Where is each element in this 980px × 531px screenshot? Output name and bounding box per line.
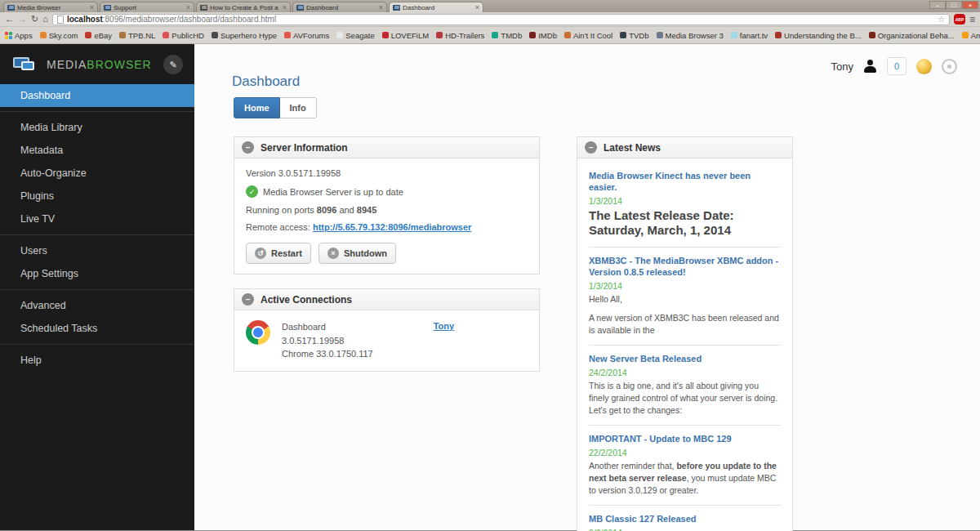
connection-user-link[interactable]: Tony xyxy=(434,320,454,331)
sidebar-item-users[interactable]: Users xyxy=(0,239,194,262)
collapse-icon[interactable]: – xyxy=(242,293,254,306)
browser-tab[interactable]: Support × xyxy=(100,2,194,12)
username[interactable]: Tony xyxy=(831,60,853,73)
active-connections-panel: – Active Connections Dashboard 3.0.5171.… xyxy=(234,288,540,372)
bookmark-label: Amazon.co.uk: Buyi... xyxy=(971,31,980,40)
url-host: localhost xyxy=(67,15,103,24)
news-title-link[interactable]: IMPORTANT - Update to MBC 129 xyxy=(589,434,732,444)
back-icon[interactable]: ← xyxy=(5,15,14,24)
remote-access-link[interactable]: http://5.65.79.132:8096/mediabrowser xyxy=(313,222,471,232)
panel-header: – Latest News xyxy=(577,137,792,158)
sidebar-item-app-settings[interactable]: App Settings xyxy=(0,262,194,285)
sidebar-item-scheduled-tasks[interactable]: Scheduled Tasks xyxy=(0,317,194,340)
collapse-icon[interactable]: – xyxy=(242,141,254,154)
minimize-button[interactable]: – xyxy=(929,1,946,9)
tab-close-icon[interactable]: × xyxy=(475,4,479,11)
bookmark[interactable]: PublicHD xyxy=(163,31,204,40)
sidebar-item-plugins[interactable]: Plugins xyxy=(0,185,194,207)
bookmark-label: AVForums xyxy=(293,31,329,40)
tab-close-icon[interactable]: × xyxy=(90,4,94,11)
bookmark[interactable]: Organizational Beha... xyxy=(869,31,955,40)
bookmark-star-icon[interactable]: ☆ xyxy=(938,15,945,24)
forum-favicon xyxy=(200,5,207,11)
bookmark[interactable]: AVForums xyxy=(284,31,329,40)
bookmark[interactable]: Amazon.co.uk: Buyi... xyxy=(962,31,980,40)
adblock-icon[interactable]: ABP xyxy=(954,14,965,25)
news-title-link[interactable]: MB Classic 127 Released xyxy=(589,514,696,524)
bookmark-label: LOVEFiLM xyxy=(391,31,429,40)
tab-info[interactable]: Info xyxy=(280,97,317,118)
news-item: IMPORTANT - Update to MBC 129 22/2/2014 … xyxy=(589,426,781,506)
close-button[interactable]: × xyxy=(962,1,978,9)
sidebar-divider xyxy=(0,344,194,345)
bookmark[interactable]: fanart.tv xyxy=(731,31,768,40)
chrome-menu-icon[interactable]: ≡ xyxy=(969,14,975,25)
user-icon[interactable] xyxy=(863,60,877,73)
news-item: XBMB3C - The MediaBrowser XBMC addon - V… xyxy=(589,248,781,346)
sidebar-divider xyxy=(0,234,194,235)
sidebar-item-live-tv[interactable]: Live TV xyxy=(0,207,194,230)
news-body: A new version of XBMB3C has been release… xyxy=(589,312,781,337)
bookmark-label: Seagate xyxy=(345,31,374,40)
tab-close-icon[interactable]: × xyxy=(186,4,190,11)
news-title-link[interactable]: XBMB3C - The MediaBrowser XBMC addon - V… xyxy=(589,256,778,277)
edit-pencil-icon[interactable]: ✎ xyxy=(163,55,183,74)
bookmark[interactable]: Media Browser 3 xyxy=(657,31,724,40)
news-title-link[interactable]: Media Browser Kinect has never been easi… xyxy=(589,171,751,192)
bookmark[interactable]: Understanding the B... xyxy=(775,31,862,40)
bookmarks-bar: Apps Sky.com eBay TPB.NL PublicHD Superh… xyxy=(0,27,980,44)
sidebar-item-metadata[interactable]: Metadata xyxy=(0,139,194,162)
bookmark[interactable]: LOVEFiLM xyxy=(382,31,429,40)
home-icon[interactable]: ⌂ xyxy=(42,15,48,24)
sidebar-item-media-library[interactable]: Media Library xyxy=(0,116,194,139)
browser-tab[interactable]: How to Create & Post a S × xyxy=(196,2,291,12)
bookmark[interactable]: eBay xyxy=(85,31,112,40)
sidebar-item-dashboard[interactable]: Dashboard xyxy=(0,84,194,107)
address-bar[interactable]: localhost:8096/mediabrowser/dashboard/da… xyxy=(52,14,950,25)
browser-tab[interactable]: Media Browser × xyxy=(3,2,98,12)
restart-button[interactable]: ↺ Restart xyxy=(246,243,311,264)
bookmark-favicon xyxy=(529,32,536,38)
sidebar-item-auto-organize[interactable]: Auto-Organize xyxy=(0,162,194,185)
apps-shortcut[interactable]: Apps xyxy=(5,31,33,40)
check-icon: ✓ xyxy=(246,185,258,198)
bookmark-label: PublicHD xyxy=(172,31,204,40)
bookmark[interactable]: TVDb xyxy=(620,31,648,40)
bookmark[interactable]: Ain't It Cool xyxy=(564,31,612,40)
bookmark-label: Understanding the B... xyxy=(784,31,862,40)
supporter-coin-icon[interactable] xyxy=(916,59,932,74)
bookmark[interactable]: TPB.NL xyxy=(119,31,155,40)
maximize-button[interactable]: □ xyxy=(946,1,962,9)
tab-home[interactable]: Home xyxy=(234,97,280,118)
tab-close-icon[interactable]: × xyxy=(379,4,383,11)
mediabrowser-favicon xyxy=(296,5,304,11)
tab-close-icon[interactable]: × xyxy=(283,4,287,11)
forward-icon[interactable]: → xyxy=(18,15,27,24)
connection-app: Chrome 33.0.1750.117 xyxy=(282,347,373,361)
bookmark-label: Ain't It Cool xyxy=(573,31,612,40)
bookmark[interactable]: Superhero Hype xyxy=(212,31,277,40)
mediabrowser-app: MEDIABROWSER ✎ Dashboard Media Library M… xyxy=(0,44,980,530)
shutdown-button[interactable]: × Shutdown xyxy=(318,243,396,264)
refresh-icon[interactable]: ↻ xyxy=(31,15,38,24)
bookmark-favicon xyxy=(962,32,969,38)
bookmark[interactable]: TMDb xyxy=(492,31,522,40)
update-status-text: Media Browser Server is up to date xyxy=(263,187,403,197)
sidebar-item-help[interactable]: Help xyxy=(0,349,194,372)
news-title-link[interactable]: New Server Beta Released xyxy=(589,354,702,364)
bookmark[interactable]: Sky.com xyxy=(40,31,78,40)
browser-tab[interactable]: Dashboard × xyxy=(292,2,387,12)
mediabrowser-logo-icon xyxy=(13,56,39,74)
bookmark[interactable]: IMDb xyxy=(529,31,557,40)
bookmark-label: eBay xyxy=(94,31,112,40)
sidebar-item-advanced[interactable]: Advanced xyxy=(0,294,194,317)
browser-tab-active[interactable]: Dashboard × xyxy=(389,2,483,12)
bookmark-label: TPB.NL xyxy=(128,31,155,40)
settings-target-icon[interactable] xyxy=(942,59,957,74)
bookmark[interactable]: HD-Trailers xyxy=(436,31,484,40)
notification-badge[interactable]: 0 xyxy=(887,57,906,75)
news-item: Media Browser Kinect has never been easi… xyxy=(589,168,781,248)
server-version: Version 3.0.5171.19958 xyxy=(246,168,528,178)
bookmark[interactable]: Seagate xyxy=(336,31,374,40)
collapse-icon[interactable]: – xyxy=(585,141,597,154)
